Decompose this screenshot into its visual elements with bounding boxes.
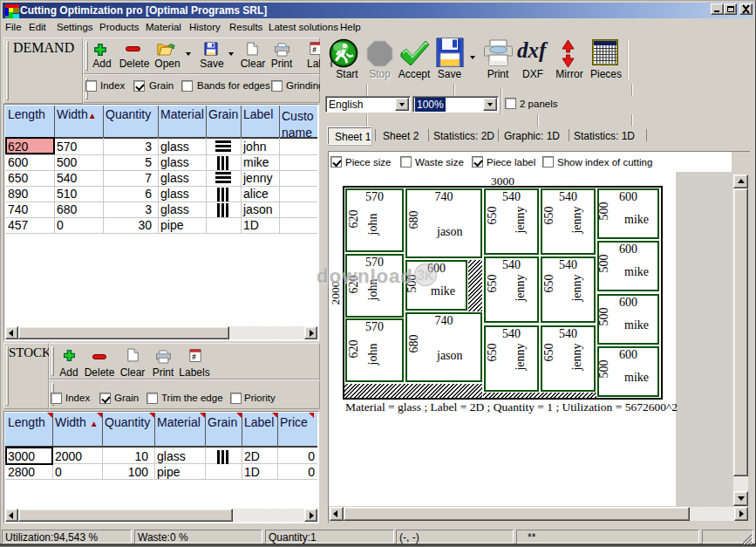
svg-text:#: # [192, 353, 196, 361]
svg-text:K: K [425, 269, 433, 283]
svg-text:3: 3 [417, 268, 425, 283]
svg-text:#: # [312, 46, 317, 54]
